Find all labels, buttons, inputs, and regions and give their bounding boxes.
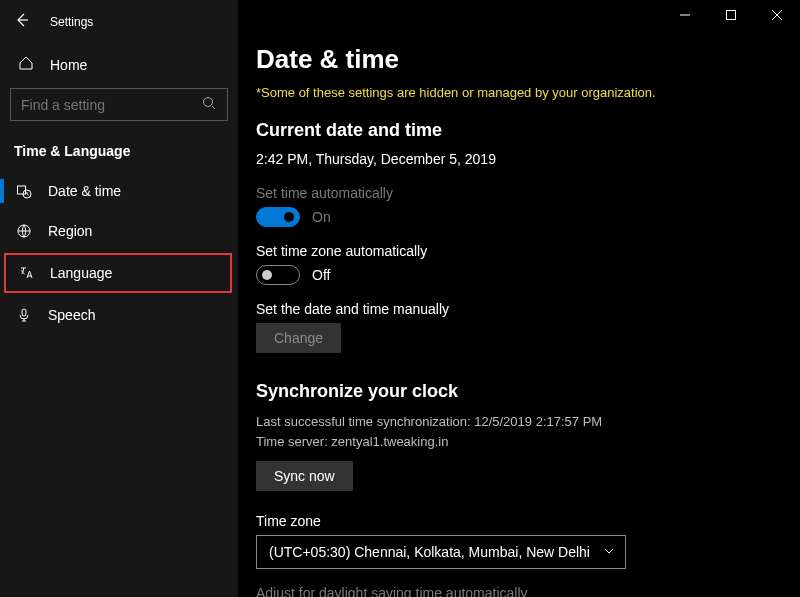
titlebar-left: Settings (0, 6, 238, 45)
sync-info: Last successful time synchronization: 12… (256, 412, 782, 451)
sync-heading: Synchronize your clock (256, 381, 782, 402)
back-arrow-icon (14, 12, 30, 28)
set-time-auto-state: On (312, 209, 331, 225)
sidebar-item-speech[interactable]: Speech (0, 295, 238, 335)
timezone-label: Time zone (256, 513, 782, 529)
svg-rect-5 (727, 11, 736, 20)
set-time-auto-label: Set time automatically (256, 185, 782, 201)
globe-icon (16, 223, 32, 239)
sidebar-item-label: Speech (48, 307, 95, 323)
set-tz-auto-toggle-row: Off (256, 265, 782, 285)
close-icon (772, 10, 782, 20)
home-icon (18, 55, 34, 74)
content-area: Date & time *Some of these settings are … (238, 0, 800, 597)
sidebar-item-label: Date & time (48, 183, 121, 199)
search-input[interactable] (21, 97, 181, 113)
sidebar-item-label: Language (50, 265, 112, 281)
set-tz-auto-state: Off (312, 267, 330, 283)
current-date-time-heading: Current date and time (256, 120, 782, 141)
search-box[interactable] (10, 88, 228, 121)
timezone-select[interactable]: (UTC+05:30) Chennai, Kolkata, Mumbai, Ne… (256, 535, 626, 569)
page-title: Date & time (256, 44, 782, 75)
sidebar: Settings Home Time & Language Date & tim… (0, 0, 238, 597)
main-panel: Date & time *Some of these settings are … (238, 0, 800, 597)
svg-rect-4 (22, 309, 26, 316)
window-title: Settings (50, 15, 93, 29)
sidebar-item-date-time[interactable]: Date & time (0, 171, 238, 211)
search-wrap (0, 84, 238, 131)
svg-point-0 (204, 98, 213, 107)
svg-rect-1 (18, 186, 26, 194)
set-tz-auto-label: Set time zone automatically (256, 243, 782, 259)
sidebar-category: Time & Language (0, 131, 238, 171)
set-tz-auto-toggle[interactable] (256, 265, 300, 285)
change-button: Change (256, 323, 341, 353)
microphone-icon (16, 307, 32, 323)
sync-now-button[interactable]: Sync now (256, 461, 353, 491)
sidebar-home[interactable]: Home (0, 45, 238, 84)
search-icon (201, 95, 217, 114)
set-time-auto-toggle-row: On (256, 207, 782, 227)
sidebar-item-language[interactable]: Language (4, 253, 232, 293)
language-icon (18, 265, 34, 281)
chevron-down-icon (603, 544, 615, 560)
minimize-button[interactable] (662, 0, 708, 30)
maximize-button[interactable] (708, 0, 754, 30)
close-button[interactable] (754, 0, 800, 30)
clock-date-icon (16, 183, 32, 199)
org-warning: *Some of these settings are hidden or ma… (256, 85, 782, 100)
sync-last: Last successful time synchronization: 12… (256, 412, 782, 432)
sidebar-item-region[interactable]: Region (0, 211, 238, 251)
set-manual-label: Set the date and time manually (256, 301, 782, 317)
dst-label: Adjust for daylight saving time automati… (256, 585, 782, 597)
timezone-value: (UTC+05:30) Chennai, Kolkata, Mumbai, Ne… (269, 544, 590, 560)
set-time-auto-toggle (256, 207, 300, 227)
current-date-time-value: 2:42 PM, Thursday, December 5, 2019 (256, 151, 782, 167)
back-button[interactable] (14, 12, 30, 31)
sync-server: Time server: zentyal1.tweaking.in (256, 432, 782, 452)
window-controls (662, 0, 800, 30)
sidebar-home-label: Home (50, 57, 87, 73)
maximize-icon (726, 10, 736, 20)
sidebar-item-label: Region (48, 223, 92, 239)
minimize-icon (680, 10, 690, 20)
